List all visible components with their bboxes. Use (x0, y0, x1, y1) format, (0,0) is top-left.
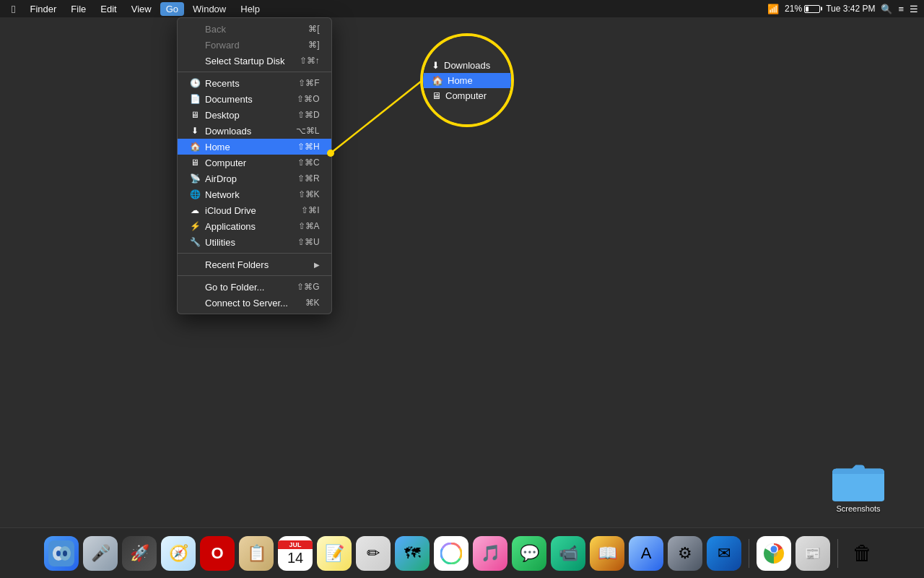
back-icon (189, 23, 201, 35)
svg-point-8 (56, 551, 61, 556)
menubar-left:  Finder File Edit View Go Window Help (6, 1, 266, 17)
battery-icon (804, 5, 820, 13)
zoom-computer-item: 🖥 Computer (423, 88, 511, 103)
menu-airdrop[interactable]: 📡 AirDrop ⇧⌘R (178, 171, 331, 186)
dock-freeform[interactable]: ✏ (356, 536, 391, 571)
battery-display: 21% (785, 4, 820, 14)
svg-point-9 (63, 551, 67, 556)
dock-separator (749, 539, 749, 568)
dock-trash[interactable]: 🗑 (845, 536, 880, 571)
menu-utilities[interactable]: 🔧 Utilities ⇧⌘U (178, 234, 331, 250)
dock-facetime[interactable]: 📹 (551, 536, 585, 571)
svg-point-15 (770, 550, 777, 557)
desktop: Screenshots Back ⌘[ Forward ⌘] Select St… (0, 17, 924, 527)
menu-recent-folders[interactable]: Recent Folders ▶ (178, 256, 331, 272)
dock: 🎤 🚀 🧭 O 📋 JUL 14 📝 ✏ 🗺 🎵 💬 📹 📖 A ⚙ ✉ (0, 527, 924, 578)
menu-edit[interactable]: Edit (95, 2, 122, 16)
svg-point-11 (448, 550, 455, 557)
menu-applications[interactable]: ⚡ Applications ⇧⌘A (178, 218, 331, 234)
menu-help[interactable]: Help (235, 2, 266, 16)
menu-go-back[interactable]: Back ⌘[ (178, 21, 331, 37)
dock-music[interactable]: 🎵 (473, 536, 507, 571)
menu-file[interactable]: File (65, 2, 92, 16)
startup-disk-icon (189, 55, 201, 66)
recents-icon: 🕒 (189, 77, 201, 89)
go-menu-dropdown: Back ⌘[ Forward ⌘] Select Startup Disk ⇧… (177, 17, 332, 314)
folder-svg-icon (832, 460, 884, 501)
dock-separator-2 (837, 539, 838, 568)
dock-launchpad[interactable]: 🚀 (122, 536, 157, 571)
zoom-home-icon: 🏠 (432, 75, 443, 86)
utilities-icon: 🔧 (189, 236, 201, 248)
calendar-month: JUL (278, 540, 313, 549)
dock-notes[interactable]: 📝 (317, 536, 352, 571)
dock-photos[interactable] (434, 536, 468, 571)
airdrop-icon: 📡 (189, 173, 201, 184)
notification-center-icon[interactable]: ☰ (910, 4, 918, 14)
menu-network[interactable]: 🌐 Network ⇧⌘K (178, 186, 331, 202)
documents-icon: 📄 (189, 93, 201, 105)
forward-icon (189, 39, 201, 51)
zoom-annotation-circle: ⬇ Downloads 🏠 Home 🖥 Computer (420, 33, 514, 127)
menu-finder[interactable]: Finder (24, 2, 62, 16)
dock-calendar[interactable]: JUL 14 (278, 536, 313, 571)
screenshots-label: Screenshots (836, 504, 880, 513)
dock-safari[interactable]: 🧭 (161, 536, 196, 571)
home-icon: 🏠 (189, 141, 201, 152)
dock-books[interactable]: 📖 (590, 536, 624, 571)
clock: Tue 3:42 PM (826, 4, 875, 14)
zoom-downloads-item: ⬇ Downloads (423, 58, 511, 73)
zoom-computer-icon: 🖥 (432, 90, 441, 101)
downloads-icon: ⬇ (189, 125, 201, 137)
battery-percent: 21% (785, 4, 802, 14)
zoom-home-item: 🏠 Home (423, 73, 511, 88)
goto-folder-icon (189, 281, 201, 293)
apple-menu[interactable]:  (6, 1, 21, 17)
menu-documents[interactable]: 📄 Documents ⇧⌘O (178, 91, 331, 107)
menu-computer[interactable]: 🖥 Computer ⇧⌘C (178, 155, 331, 171)
dock-siri[interactable]: 🎤 (83, 536, 118, 571)
menubar:  Finder File Edit View Go Window Help 📶… (0, 0, 924, 17)
svg-rect-2 (832, 474, 884, 501)
spotlight-icon[interactable]: 🔍 (881, 4, 892, 14)
wifi-icon[interactable]: 📶 (767, 4, 779, 14)
dock-maps[interactable]: 🗺 (395, 536, 430, 571)
menu-view[interactable]: View (126, 2, 157, 16)
svg-line-3 (331, 81, 422, 153)
separator-1 (178, 72, 331, 72)
screenshots-folder[interactable]: Screenshots (832, 460, 884, 513)
menu-goto-folder[interactable]: Go to Folder... ⇧⌘G (178, 279, 331, 295)
menu-connect-server[interactable]: Connect to Server... ⌘K (178, 295, 331, 311)
menu-downloads[interactable]: ⬇ Downloads ⌥⌘L (178, 123, 331, 139)
desktop-icon-menu: 🖥 (189, 109, 201, 121)
separator-3 (178, 275, 331, 276)
menu-window[interactable]: Window (187, 2, 232, 16)
menu-select-startup-disk[interactable]: Select Startup Disk ⇧⌘↑ (178, 53, 331, 69)
control-center-icon[interactable]: ≡ (898, 4, 904, 14)
dock-reminders[interactable]: 📋 (239, 536, 274, 571)
computer-icon: 🖥 (189, 157, 201, 168)
dock-scrapbook[interactable]: 📰 (796, 536, 830, 571)
dock-opera[interactable]: O (200, 536, 235, 571)
network-icon: 🌐 (189, 189, 201, 200)
dock-messages[interactable]: 💬 (512, 536, 546, 571)
icloud-icon: ☁ (189, 204, 201, 216)
menu-icloud[interactable]: ☁ iCloud Drive ⇧⌘I (178, 202, 331, 218)
menu-go[interactable]: Go (160, 2, 184, 16)
calendar-day: 14 (287, 549, 303, 566)
separator-2 (178, 253, 331, 254)
menubar-right: 📶 21% Tue 3:42 PM 🔍 ≡ ☰ (767, 4, 918, 14)
menu-desktop[interactable]: 🖥 Desktop ⇧⌘D (178, 107, 331, 123)
recent-folders-icon (189, 259, 201, 270)
connect-server-icon (189, 297, 201, 309)
zoom-content: ⬇ Downloads 🏠 Home 🖥 Computer (423, 36, 511, 124)
dock-finder[interactable] (44, 536, 79, 571)
dock-appstore[interactable]: A (629, 536, 663, 571)
dock-settings[interactable]: ⚙ (668, 536, 702, 571)
menu-recents[interactable]: 🕒 Recents ⇧⌘F (178, 75, 331, 91)
dock-chrome[interactable] (757, 536, 791, 571)
menu-go-forward[interactable]: Forward ⌘] (178, 37, 331, 53)
dock-outlook[interactable]: ✉ (707, 536, 741, 571)
menu-home[interactable]: 🏠 Home ⇧⌘H (178, 139, 331, 155)
zoom-downloads-icon: ⬇ (432, 60, 440, 71)
